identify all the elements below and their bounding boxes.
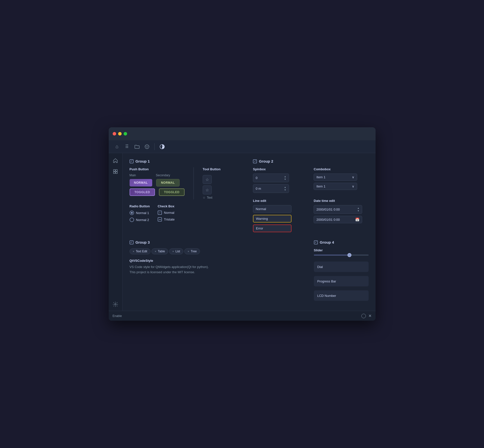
calendar-icon[interactable]: 📅 (355, 218, 359, 222)
group2-checkbox[interactable]: ✓ (253, 159, 257, 163)
radio-item-2[interactable]: Normal 2 (130, 218, 150, 222)
group1-label: Group 1 (136, 159, 150, 163)
spin-up-1[interactable]: ▲ (284, 175, 286, 178)
status-bar: Enable ✕ (109, 311, 376, 321)
datetime-input-2[interactable]: 2000/01/01 0:00 📅 (314, 216, 362, 223)
push-button-label: Push Button (130, 167, 185, 171)
svg-rect-9 (116, 172, 117, 174)
spin-arrows-2[interactable]: ▲ ▼ (284, 186, 286, 191)
datetime-down-1[interactable]: ▼ (357, 210, 359, 212)
spinbox-value-2: 0 m (256, 187, 261, 190)
datetime-value-1: 2000/01/01 0:00 (316, 208, 340, 211)
combobox-value-1: Item 1 (316, 175, 325, 179)
secondary-normal-button[interactable]: NORMAL (156, 179, 180, 186)
radio-label-1: Normal 1 (136, 211, 149, 215)
sidebar-panels-icon[interactable] (111, 167, 120, 176)
slider-track[interactable] (314, 255, 369, 256)
divider-v (194, 167, 194, 199)
tab-bar: × Text Edit × Table × List × (130, 248, 306, 254)
star-icon: ☆ (203, 196, 205, 199)
spinbox-input-2[interactable]: 0 m ▲ ▼ (253, 184, 289, 193)
tool-button-section: Tool Button ☆ ☆ ☆ Text (203, 167, 221, 199)
spinbox-group: Spinbox 0 ▲ ▼ 0 m (253, 167, 308, 195)
contrast-icon[interactable] (158, 142, 167, 151)
group3-content-line2: This project is licensed under the MIT l… (130, 270, 306, 275)
tab-close-list[interactable]: × (172, 250, 174, 253)
main-sublabel: Main (130, 174, 152, 177)
lineedit-normal[interactable]: Normal (253, 205, 291, 213)
tool-btn-text-label: Text (207, 196, 212, 199)
secondary-toggled-button[interactable]: TOGGLED (159, 188, 185, 196)
svg-point-5 (162, 146, 163, 146)
tool-btn-text[interactable]: ☆ Text (203, 196, 221, 199)
status-circle-icon[interactable] (361, 314, 366, 318)
group1-title: ✓ Group 1 (130, 159, 245, 163)
lineedit-error[interactable]: Error (253, 224, 291, 232)
combobox-arrow-1: ∨ (352, 175, 354, 179)
lineedit-group: Line edit Normal Warning Error (253, 199, 308, 232)
lineedit-normal-value: Normal (256, 207, 266, 211)
push-button-section: Push Button Main Secondary NORMAL NORMAL… (130, 167, 185, 199)
tab-table[interactable]: × Table (151, 248, 168, 254)
grid-icon[interactable]: ⠿ (123, 142, 132, 151)
dial-item[interactable]: Dial (314, 262, 369, 272)
tab-close-table[interactable]: × (155, 250, 156, 253)
toolbar: ⌂ ⠿ (109, 140, 376, 153)
maximize-button[interactable] (124, 132, 127, 135)
tool-btn-star1[interactable]: ☆ (203, 175, 212, 184)
dial-section: Dial (314, 262, 369, 272)
group2-content: Spinbox 0 ▲ ▼ 0 m (253, 167, 369, 232)
radio-label-2: Normal 2 (136, 218, 149, 222)
spin-arrows-1[interactable]: ▲ ▼ (284, 175, 286, 180)
spinbox-label: Spinbox (253, 167, 308, 171)
radio-item-1[interactable]: Normal 1 (130, 211, 150, 215)
group4-checkbox[interactable]: ✓ (314, 240, 318, 244)
palette-icon[interactable] (143, 142, 151, 151)
tab-text-edit[interactable]: × Text Edit (130, 248, 150, 254)
spinbox-value-1: 0 (256, 176, 257, 180)
tab-label-table: Table (158, 250, 165, 253)
status-icons: ✕ (361, 314, 372, 318)
minimize-button[interactable] (118, 132, 122, 135)
spin-down-2[interactable]: ▼ (284, 189, 286, 191)
sidebar-home-icon[interactable] (111, 156, 120, 165)
sidebar-settings-icon[interactable] (111, 302, 120, 311)
group3-checkbox[interactable]: ✓ (130, 240, 134, 244)
spin-down-1[interactable]: ▼ (284, 178, 286, 180)
group3-content-line1: VS Code style for QtWidgets application(… (130, 265, 306, 270)
datetime-arrows-1[interactable]: ▲ ▼ (357, 207, 359, 212)
check-box-label: Check Box (158, 204, 175, 208)
svg-point-2 (147, 146, 148, 146)
close-button[interactable] (113, 132, 116, 135)
datetime-up-1[interactable]: ▲ (357, 207, 359, 209)
group4-label: Group 4 (320, 240, 334, 244)
spin-up-2[interactable]: ▲ (284, 186, 286, 188)
tool-btn-star2[interactable]: ☆ (203, 185, 212, 194)
folder-icon[interactable] (133, 142, 142, 151)
tab-close-tree[interactable]: × (188, 250, 189, 253)
status-close-icon[interactable]: ✕ (368, 314, 372, 318)
lcd-label: LCD Number (317, 294, 336, 298)
combobox-input-2[interactable]: Item 1 ∨ (314, 183, 357, 190)
datetime-input-1[interactable]: 2000/01/01 0:00 ▲ ▼ (314, 205, 362, 214)
radio-button-section: Radio Button Normal 1 Normal 2 (130, 204, 150, 224)
home-icon[interactable]: ⌂ (113, 142, 122, 151)
tab-close-text-edit[interactable]: × (133, 250, 134, 253)
group4-title: ✓ Group 4 (314, 240, 369, 244)
checkbox-tristate-item[interactable]: Tristate (158, 217, 175, 222)
group1-checkbox[interactable]: ✓ (130, 159, 134, 163)
lineedit-warning[interactable]: Warning (253, 215, 291, 223)
main-layout: ✓ Group 1 Push Button Main Secondary (109, 153, 376, 311)
spinbox-input-1[interactable]: 0 ▲ ▼ (253, 174, 289, 182)
slider-thumb[interactable] (347, 253, 351, 257)
tab-list[interactable]: × List (169, 248, 183, 254)
checkbox-normal-item[interactable]: ✓ Normal (158, 211, 175, 215)
groups-row-1: ✓ Group 1 Push Button Main Secondary (130, 159, 369, 232)
main-toggled-button[interactable]: TOGGLED (130, 188, 155, 196)
tab-tree[interactable]: × Tree (184, 248, 200, 254)
radio-outer-1 (130, 211, 134, 215)
group3-panel: ✓ Group 3 × Text Edit × Table × (130, 240, 306, 305)
progressbar-item: Progress Bar (314, 276, 369, 286)
main-normal-button[interactable]: NORMAL (130, 179, 152, 186)
combobox-input-1[interactable]: Item 1 ∨ (314, 174, 357, 181)
